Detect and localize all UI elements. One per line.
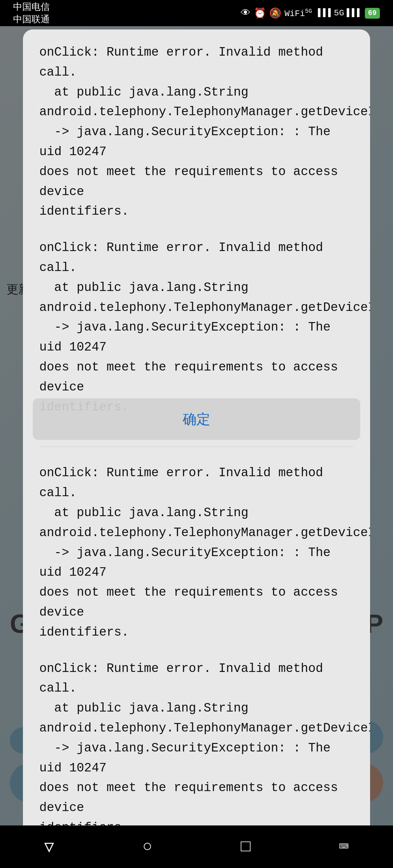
navigation-bar: ▽ ○ □ ⌨ [0,826,393,868]
divider-1 [39,446,354,447]
carrier2-label: 中国联通 [13,13,50,26]
carrier-info: 中国电信 中国联通 [13,1,50,26]
error-dialog: onClick: Runtime error. Invalid method c… [23,29,370,848]
back-button[interactable]: ▽ [29,834,69,860]
status-icons: 👁 ⏰ 🔕 WiFi5G ▐▐▐ 5G▐▐▐ 69 [241,7,380,19]
wifi-icon: WiFi5G [284,8,312,19]
5g-signal-icon: 5G▐▐▐ [334,8,360,18]
signal-icon: ▐▐▐ [315,8,331,18]
error-block-2: onClick: Runtime error. Invalid method c… [39,238,354,417]
time-display: 15:14 [127,6,163,20]
carrier1-label: 中国电信 [13,1,50,13]
error-block-1: onClick: Runtime error. Invalid method c… [39,42,354,222]
battery-indicator: 69 [365,8,380,19]
error-text-3: onClick: Runtime error. Invalid method c… [39,466,370,639]
dialog-overlay: onClick: Runtime error. Invalid method c… [0,26,393,868]
error-block-3: onClick: Runtime error. Invalid method c… [39,463,354,642]
system-icons: 👁 ⏰ 🔕 WiFi5G ▐▐▐ 5G▐▐▐ [241,7,360,19]
eye-icon: 👁 [241,7,250,19]
alarm-icon: ⏰ [254,7,266,19]
bell-muted-icon: 🔕 [269,7,281,19]
confirm-button[interactable]: 确定 [156,405,237,433]
home-button[interactable]: ○ [128,834,167,860]
error-text-1: onClick: Runtime error. Invalid method c… [39,45,370,218]
status-bar: 中国电信 中国联通 15:14 👁 ⏰ 🔕 WiFi5G ▐▐▐ 5G▐▐▐ 6… [0,0,393,26]
recent-apps-button[interactable]: □ [226,834,265,860]
confirm-overlay: 确定 [33,398,360,440]
error-block-4: onClick: Runtime error. Invalid method c… [39,659,354,838]
keyboard-button[interactable]: ⌨ [324,834,364,860]
error-text-2: onClick: Runtime error. Invalid method c… [39,241,370,414]
error-text-4: onClick: Runtime error. Invalid method c… [39,661,370,835]
